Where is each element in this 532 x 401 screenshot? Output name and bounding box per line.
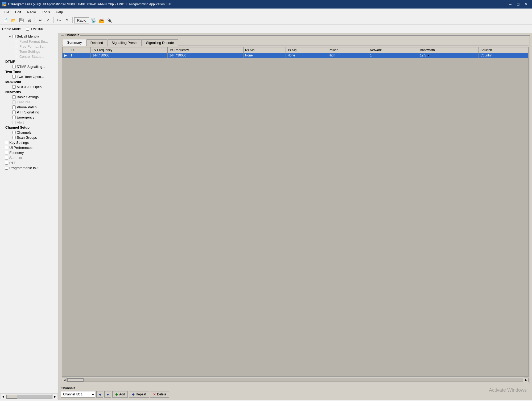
col-bandwidth[interactable]: Bandwidth <box>418 47 479 53</box>
tab-signalling-decode[interactable]: Signalling Decode <box>142 39 178 46</box>
tm8100-checkbox[interactable] <box>26 27 29 31</box>
close-button[interactable]: ✕ <box>522 1 530 7</box>
mdc1200-checkbox[interactable] <box>12 85 16 89</box>
sidebar-item-fixed-format[interactable]: Fixed Format Bu... <box>0 39 58 44</box>
free-format-checkbox[interactable] <box>15 45 18 48</box>
tone-settings-checkbox[interactable] <box>15 50 18 53</box>
startup-checkbox[interactable] <box>5 156 8 159</box>
col-network[interactable]: Network <box>368 47 418 53</box>
sidebar-item-dtmf-signalling[interactable]: DTMF Signalling... <box>0 64 58 69</box>
menu-radio[interactable]: Radio <box>24 9 39 15</box>
menu-tools[interactable]: Tools <box>39 9 52 15</box>
sidebar-item-basic-settings[interactable]: Basic Settings <box>0 95 58 100</box>
alert-checkbox[interactable] <box>12 121 16 124</box>
save-button[interactable]: 💾 <box>18 17 25 24</box>
col-tx-sig[interactable]: Tx Sig <box>286 47 327 53</box>
ptt-checkbox[interactable] <box>5 161 8 165</box>
sidebar-item-control-status[interactable]: Control Status... <box>0 54 58 59</box>
row-rx-sig: None <box>243 53 286 58</box>
tone-settings-label: Tone Settings <box>19 50 40 54</box>
emergency-checkbox[interactable] <box>12 116 16 119</box>
radio-icon3[interactable]: 🔌 <box>106 17 113 24</box>
tab-detailed[interactable]: Detailed <box>86 39 107 46</box>
mdc1200-option-label: MDC1200 Optio... <box>17 85 44 89</box>
sidebar-item-startup[interactable]: Start-up <box>0 155 58 160</box>
new-button[interactable]: 📄 <box>2 17 9 24</box>
basic-settings-checkbox[interactable] <box>12 95 16 99</box>
ui-preferences-checkbox[interactable] <box>5 146 8 149</box>
sidebar-item-channels[interactable]: Channels <box>0 130 58 135</box>
prev-channel-button[interactable]: ◀ <box>96 391 103 398</box>
sidebar-item-emergency[interactable]: Emergency <box>0 115 58 120</box>
sidebar-item-selcall-identity[interactable]: ▶ Selcall Identity <box>0 34 58 39</box>
scroll-x-left[interactable]: ◀ <box>62 378 67 382</box>
add-button[interactable]: ✚ Add <box>112 391 128 398</box>
sidebar-item-ui-preferences[interactable]: UI Preferences <box>0 145 58 150</box>
sidebar-item-features[interactable]: Features <box>0 100 58 105</box>
features-label: Features <box>17 100 30 104</box>
delete-button[interactable]: ✖ Delete <box>150 391 169 398</box>
open-button[interactable]: 📂 <box>10 17 17 24</box>
channels-table-container[interactable]: ID Rx Frequency Tx Frequency Rx Sig Tx S… <box>62 47 529 377</box>
sidebar-item-mdc1200-option[interactable]: MDC1200 Optio... <box>0 84 58 89</box>
economy-checkbox[interactable] <box>5 151 8 154</box>
next-channel-button[interactable]: ▶ <box>104 391 111 398</box>
menu-edit[interactable]: Edit <box>13 9 24 15</box>
sidebar-item-ptt-signalling[interactable]: PTT Signalling <box>0 110 58 115</box>
col-rx-freq[interactable]: Rx Frequency <box>91 47 168 53</box>
sidebar-item-ptt[interactable]: PTT <box>0 160 58 165</box>
sidebar-item-economy[interactable]: Economy <box>0 150 58 155</box>
channels-checkbox[interactable] <box>12 131 16 134</box>
main-content: ▶ Selcall Identity Fixed Format Bu... Fr… <box>0 33 532 400</box>
maximize-button[interactable]: □ <box>514 1 522 7</box>
control-status-checkbox[interactable] <box>15 55 18 58</box>
print-button[interactable]: 🖨 <box>26 17 33 24</box>
programmable-io-checkbox[interactable] <box>5 166 8 170</box>
sidebar-item-twotone-option[interactable]: Two-Tone Optio... <box>0 74 58 79</box>
row-network: 1 <box>368 53 418 58</box>
channel-id-select[interactable]: Channel ID: 1 <box>61 391 95 398</box>
scroll-left-arrow[interactable]: ◀ <box>1 394 6 399</box>
ptt-label: PTT <box>9 161 16 165</box>
help-button[interactable]: ? <box>63 17 71 24</box>
channels-tabs: Summary Detailed Signalling Preset Signa… <box>62 39 529 46</box>
tab-signalling-preset[interactable]: Signalling Preset <box>108 39 142 46</box>
key-settings-checkbox[interactable] <box>5 141 8 144</box>
apply-button[interactable]: ✓ <box>44 17 52 24</box>
expand-icon <box>11 55 14 59</box>
tab-summary[interactable]: Summary <box>63 39 86 46</box>
ptt-signalling-checkbox[interactable] <box>12 111 16 114</box>
menu-file[interactable]: File <box>1 9 12 15</box>
menu-help[interactable]: Help <box>53 9 66 15</box>
help-arrow-button[interactable]: ?→ <box>55 17 63 24</box>
scan-groups-checkbox[interactable] <box>12 136 16 139</box>
sidebar-item-tone-settings[interactable]: Tone Settings <box>0 49 58 54</box>
fixed-format-checkbox[interactable] <box>15 40 18 43</box>
col-id[interactable]: ID <box>69 47 91 53</box>
undo-button[interactable]: ↩ <box>36 17 44 24</box>
scroll-right-arrow[interactable]: ▶ <box>52 394 58 399</box>
minimize-button[interactable]: ─ <box>506 1 514 7</box>
table-row[interactable]: ▶ 1 144.430000 144.430000 None None High… <box>63 53 528 58</box>
expand-icon <box>8 136 12 140</box>
sidebar-item-free-format[interactable]: Free Format Bu... <box>0 44 58 49</box>
sidebar-item-phone-patch[interactable]: Phone Patch <box>0 105 58 110</box>
col-rx-sig[interactable]: Rx Sig <box>243 47 286 53</box>
radio-icon1[interactable]: 📡 <box>90 17 97 24</box>
features-checkbox[interactable] <box>12 100 16 104</box>
sidebar-item-key-settings[interactable]: Key Settings <box>0 140 58 145</box>
radio-button[interactable]: Radio <box>74 17 89 23</box>
sidebar-item-programmable-io[interactable]: Programmable I/O <box>0 165 58 170</box>
dtmf-signalling-checkbox[interactable] <box>12 65 16 68</box>
twotone-checkbox[interactable] <box>12 75 16 79</box>
sidebar-item-alert[interactable]: Alert <box>0 120 58 125</box>
col-tx-freq[interactable]: Tx Frequency <box>168 47 244 53</box>
scroll-x-right[interactable]: ▶ <box>524 378 529 382</box>
sidebar-item-scan-groups[interactable]: Scan Groups <box>0 135 58 140</box>
radio-icon2[interactable]: 📻 <box>98 17 105 24</box>
col-power[interactable]: Power <box>327 47 368 53</box>
phone-patch-checkbox[interactable] <box>12 105 16 109</box>
col-squelch[interactable]: Squelch <box>479 47 528 53</box>
selcall-checkbox[interactable] <box>12 35 16 38</box>
repeat-button[interactable]: ✚ Repeat <box>129 391 149 398</box>
